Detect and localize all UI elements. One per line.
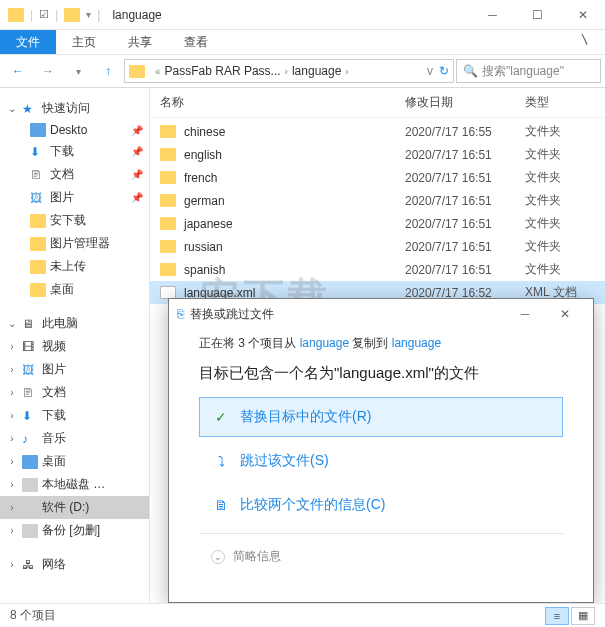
view-icons-button[interactable]: ▦ (571, 607, 595, 625)
sidebar-item-music[interactable]: ›♪音乐 (0, 427, 149, 450)
breadcrumb-seg[interactable]: language (292, 64, 341, 78)
sidebar-item-cdisk[interactable]: ›本地磁盘 … (0, 473, 149, 496)
maximize-button[interactable]: ☐ (515, 0, 560, 30)
refresh-button[interactable]: ↻ (439, 64, 449, 78)
folder-icon (160, 217, 176, 230)
sidebar-item-desktop3[interactable]: ›桌面 (0, 450, 149, 473)
sidebar-item-documents2[interactable]: ›🖹文档 (0, 381, 149, 404)
file-date: 2020/7/17 16:51 (405, 240, 525, 254)
file-name: japanese (184, 217, 405, 231)
tab-file[interactable]: 文件 (0, 30, 56, 54)
sidebar-item-documents[interactable]: 🖹文档📌 (0, 163, 149, 186)
sidebar-network[interactable]: ›🖧网络 (0, 550, 149, 576)
column-name[interactable]: 名称 (160, 94, 405, 111)
close-button[interactable]: ✕ (560, 0, 605, 30)
separator: | (30, 8, 33, 22)
sidebar-item-ddisk[interactable]: ›软件 (D:) (0, 496, 149, 519)
sidebar-item-notuploaded[interactable]: 未上传 (0, 255, 149, 278)
recent-dropdown[interactable]: ▾ (64, 58, 92, 84)
file-row[interactable]: chinese2020/7/17 16:55文件夹 (150, 120, 605, 143)
dialog-more-details[interactable]: ⌄ 简略信息 (199, 533, 563, 565)
folder-icon (8, 8, 24, 22)
forward-button[interactable]: → (34, 58, 62, 84)
sidebar-item-pictures[interactable]: 🖼图片📌 (0, 186, 149, 209)
column-date[interactable]: 修改日期 (405, 94, 525, 111)
folder-icon (160, 171, 176, 184)
sidebar-quick-access[interactable]: ⌄★快速访问 (0, 94, 149, 120)
file-date: 2020/7/17 16:51 (405, 194, 525, 208)
file-type: 文件夹 (525, 215, 595, 232)
status-bar: 8 个项目 ≡ ▦ (0, 603, 605, 627)
search-placeholder: 搜索"language" (482, 63, 564, 80)
sidebar-item-picmgr[interactable]: 图片管理器 (0, 232, 149, 255)
sidebar-item-axz[interactable]: 安下载 (0, 209, 149, 232)
file-type: 文件夹 (525, 169, 595, 186)
file-row[interactable]: english2020/7/17 16:51文件夹 (150, 143, 605, 166)
file-row[interactable]: spanish2020/7/17 16:51文件夹 (150, 258, 605, 281)
column-headers[interactable]: 名称 修改日期 类型 (150, 88, 605, 118)
sidebar-item-desktop[interactable]: Deskto📌 (0, 120, 149, 140)
separator: | (97, 8, 100, 22)
address-dropdown[interactable]: v (427, 64, 433, 78)
dest-link[interactable]: language (392, 336, 441, 350)
sidebar-item-pictures2[interactable]: ›🖼图片 (0, 358, 149, 381)
folder-icon (160, 125, 176, 138)
file-date: 2020/7/17 16:51 (405, 263, 525, 277)
chevron-right-icon[interactable]: › (341, 66, 352, 77)
option-skip[interactable]: ⤵ 跳过该文件(S) (199, 441, 563, 481)
sidebar-item-downloads2[interactable]: ›⬇下载 (0, 404, 149, 427)
sidebar-item-desktop2[interactable]: 桌面 (0, 278, 149, 301)
address-bar[interactable]: « PassFab RAR Pass... › language › v ↻ (124, 59, 454, 83)
breadcrumb-seg[interactable]: PassFab RAR Pass... (165, 64, 281, 78)
sidebar-item-video[interactable]: ›🎞视频 (0, 335, 149, 358)
replace-skip-dialog: ⎘ 替换或跳过文件 ─ ✕ 正在将 3 个项目从 language 复制到 la… (168, 298, 594, 603)
dialog-titlebar[interactable]: ⎘ 替换或跳过文件 ─ ✕ (169, 299, 593, 329)
option-compare[interactable]: 🗎 比较两个文件的信息(C) (199, 485, 563, 525)
ribbon-tabs: 文件 主页 共享 查看 〵 (0, 30, 605, 54)
sidebar-item-backup[interactable]: ›备份 [勿删] (0, 519, 149, 542)
qat-dropdown[interactable]: ▾ (86, 9, 91, 20)
dialog-minimize-button[interactable]: ─ (505, 300, 545, 328)
back-button[interactable]: ← (4, 58, 32, 84)
dialog-close-button[interactable]: ✕ (545, 300, 585, 328)
window-titlebar: | ☑ | ▾ | language ─ ☐ ✕ (0, 0, 605, 30)
file-type: 文件夹 (525, 238, 595, 255)
column-type[interactable]: 类型 (525, 94, 595, 111)
file-type: 文件夹 (525, 192, 595, 209)
search-input[interactable]: 🔍 搜索"language" (456, 59, 601, 83)
file-row[interactable]: french2020/7/17 16:51文件夹 (150, 166, 605, 189)
minimize-button[interactable]: ─ (470, 0, 515, 30)
navigation-pane: ⌄★快速访问 Deskto📌 ⬇下载📌 🖹文档📌 🖼图片📌 安下载 图片管理器 … (0, 88, 150, 602)
up-button[interactable]: ↑ (94, 58, 122, 84)
option-replace[interactable]: ✓ 替换目标中的文件(R) (199, 397, 563, 437)
folder-icon (160, 263, 176, 276)
tab-home[interactable]: 主页 (56, 30, 112, 54)
file-name: chinese (184, 125, 405, 139)
view-details-button[interactable]: ≡ (545, 607, 569, 625)
chevron-right-icon[interactable]: › (281, 66, 292, 77)
breadcrumb-chevron[interactable]: « (151, 66, 165, 77)
file-list: chinese2020/7/17 16:55文件夹english2020/7/1… (150, 118, 605, 306)
file-row[interactable]: japanese2020/7/17 16:51文件夹 (150, 212, 605, 235)
file-date: 2020/7/17 16:51 (405, 171, 525, 185)
compare-icon: 🗎 (212, 497, 230, 513)
file-row[interactable]: russian2020/7/17 16:51文件夹 (150, 235, 605, 258)
file-date: 2020/7/17 16:51 (405, 148, 525, 162)
separator: | (55, 8, 58, 22)
tab-view[interactable]: 查看 (168, 30, 224, 54)
folder-icon (129, 65, 145, 78)
ribbon-expand-button[interactable]: 〵 (565, 30, 605, 54)
copy-icon: ⎘ (177, 307, 184, 321)
check-icon[interactable]: ☑ (39, 8, 49, 21)
chevron-down-icon: ⌄ (211, 550, 225, 564)
folder-icon (160, 240, 176, 253)
sidebar-this-pc[interactable]: ⌄🖥此电脑 (0, 309, 149, 335)
source-link[interactable]: language (300, 336, 349, 350)
dialog-heading: 目标已包含一个名为"language.xml"的文件 (199, 364, 563, 383)
file-row[interactable]: german2020/7/17 16:51文件夹 (150, 189, 605, 212)
file-name: german (184, 194, 405, 208)
sidebar-item-downloads[interactable]: ⬇下载📌 (0, 140, 149, 163)
tab-share[interactable]: 共享 (112, 30, 168, 54)
file-name: spanish (184, 263, 405, 277)
folder-icon (160, 148, 176, 161)
